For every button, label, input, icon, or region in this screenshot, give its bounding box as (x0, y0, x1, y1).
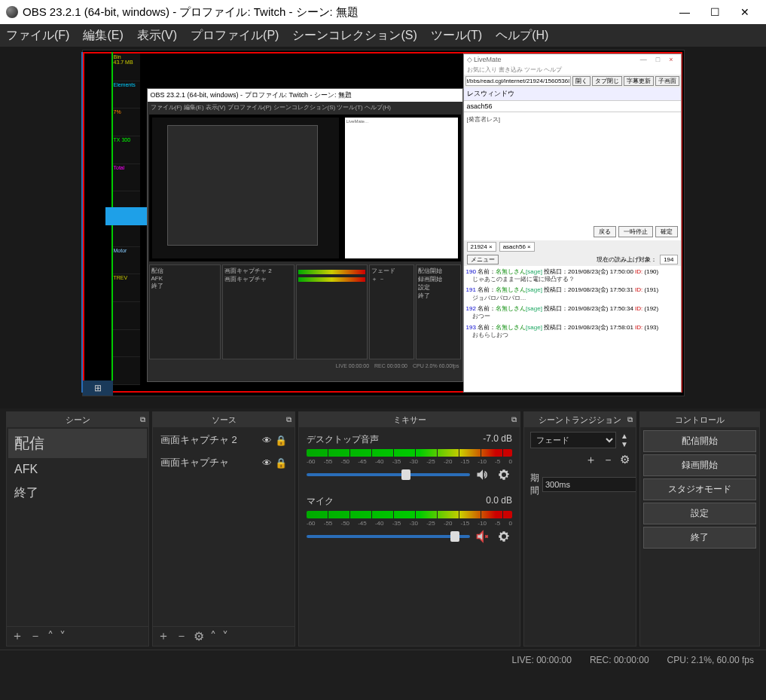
add-source-button[interactable]: ＋ (157, 628, 169, 644)
lock-icon[interactable]: 🔒 (275, 457, 287, 469)
livemate-close: × (669, 56, 673, 63)
menu-edit[interactable]: 編集(E) (83, 28, 123, 44)
status-cpu: CPU: 2.1%, 60.00 fps (667, 655, 754, 665)
preview-area: Bin43.7 MBElements7% TX 300Total 0.977Mo… (0, 47, 766, 408)
scene-item[interactable]: 終了 (8, 481, 147, 506)
popout-icon[interactable]: ⧉ (627, 415, 633, 424)
transition-remove-button[interactable]: － (603, 453, 614, 467)
transition-down-icon[interactable]: ▼ (619, 440, 630, 448)
statusbar: LIVE: 00:00:00 REC: 00:00:00 CPU: 2.1%, … (0, 650, 766, 669)
sources-title: ソース (212, 414, 237, 426)
livemate-confirm-button: 確定 (655, 226, 678, 237)
volume-slider[interactable] (307, 473, 470, 476)
scene-item[interactable]: 配信 (8, 429, 147, 458)
duration-label: 期間 (530, 472, 539, 497)
livemate-pause-button: 一時停止 (618, 226, 653, 237)
livemate-tab-1: 21924 × (467, 242, 496, 252)
channel-db: -7.0 dB (483, 433, 512, 446)
mixer-title: ミキサー (393, 414, 426, 426)
scene-down-button[interactable]: ˅ (60, 629, 66, 643)
scenes-title: シーン (66, 414, 90, 426)
menu-file[interactable]: ファイル(F) (6, 28, 69, 44)
lock-icon[interactable]: 🔒 (275, 435, 287, 446)
studio-mode-button[interactable]: スタジオモード (643, 478, 756, 500)
status-rec: REC: 00:00:00 (590, 655, 649, 665)
livemate-menubar: お気に入り 書き込み ツール ヘルプ (464, 65, 681, 75)
thread-post: 190 名前：名無しさん[sage] 投稿日：2019/08/23(金) 17:… (466, 268, 679, 284)
taskbar-icon: ⊞ (83, 381, 113, 396)
captured-obs-window: OBS 23.2.1 (64-bit, windows) - プロファイル: T… (147, 88, 463, 382)
source-label: 画面キャプチャ (160, 456, 262, 469)
scene-item[interactable]: AFK (8, 458, 147, 481)
source-up-button[interactable]: ˄ (210, 629, 216, 643)
menu-profile[interactable]: プロファイル(P) (191, 28, 279, 44)
exit-button[interactable]: 終了 (643, 527, 756, 549)
livemate-thread-name: asach56 (464, 101, 681, 112)
popout-icon[interactable]: ⧉ (511, 415, 517, 424)
volume-slider[interactable] (307, 535, 470, 538)
livemate-subtitle-button: 字幕更新 (624, 76, 654, 86)
channel-settings-icon[interactable] (496, 466, 512, 483)
channel-settings-icon[interactable] (496, 528, 512, 545)
menu-scenecollection[interactable]: シーンコレクション(S) (292, 28, 417, 44)
menu-view[interactable]: 表示(V) (137, 28, 177, 44)
close-button[interactable]: ✕ (730, 6, 760, 18)
thread-post: 192 名前：名無しさん[sage] 投稿日：2019/08/23(金) 17:… (466, 305, 679, 321)
obs-logo-icon (6, 6, 18, 18)
menubar: ファイル(F) 編集(E) 表示(V) プロファイル(P) シーンコレクション(… (0, 24, 766, 47)
inner-mixer (296, 264, 368, 359)
popout-icon[interactable]: ⧉ (286, 415, 291, 424)
preview-canvas[interactable]: Bin43.7 MBElements7% TX 300Total 0.977Mo… (82, 50, 685, 396)
menu-help[interactable]: ヘルプ(H) (496, 28, 548, 44)
transition-settings-button[interactable]: ⚙ (620, 453, 630, 467)
popout-icon[interactable]: ⧉ (140, 415, 145, 424)
livemate-menu-button: メニュー (467, 255, 499, 264)
start-record-button[interactable]: 録画開始 (643, 454, 756, 476)
source-item[interactable]: 画面キャプチャ 2👁🔒 (154, 429, 293, 451)
source-item[interactable]: 画面キャプチャ👁🔒 (154, 451, 293, 474)
source-settings-button[interactable]: ⚙ (194, 629, 204, 643)
source-down-button[interactable]: ˅ (222, 629, 228, 643)
mute-icon[interactable] (475, 528, 491, 545)
status-live: LIVE: 00:00:00 (511, 655, 571, 665)
livemate-back-button: 戻る (594, 226, 616, 237)
scene-up-button[interactable]: ˄ (47, 629, 53, 643)
captured-livemate-window: ◇ LiveMate — □ × お気に入り 書き込み ツール ヘルプ 開く タ… (463, 53, 682, 393)
visibility-toggle-icon[interactable]: 👁 (262, 457, 272, 469)
guide-line (81, 52, 83, 393)
speaker-icon[interactable] (475, 466, 491, 483)
channel-db: 0.0 dB (486, 495, 512, 508)
minimize-button[interactable]: — (670, 6, 700, 18)
duration-input[interactable] (542, 477, 636, 492)
start-stream-button[interactable]: 配信開始 (643, 430, 756, 452)
transition-up-icon[interactable]: ▲ (619, 432, 630, 440)
source-label: 画面キャプチャ 2 (160, 433, 262, 447)
transitions-title: シーントランジション (539, 414, 621, 426)
controls-panel: コントロール 配信開始 録画開始 スタジオモード 設定 終了 (639, 411, 760, 647)
settings-button[interactable]: 設定 (643, 503, 756, 524)
channel-name: デスクトップ音声 (307, 433, 483, 446)
add-scene-button[interactable]: ＋ (11, 628, 23, 644)
livemate-body: [発言者レス] 戻る 一時停止 確定 (464, 112, 681, 240)
maximize-button[interactable]: ☐ (700, 6, 730, 18)
menu-tools[interactable]: ツール(T) (431, 28, 482, 44)
mixer-channel: デスクトップ音声-7.0 dB-60-55-50-45-40-35-30-25-… (301, 429, 518, 491)
remove-source-button[interactable]: － (175, 628, 188, 644)
livemate-url-input (465, 76, 571, 86)
visibility-toggle-icon[interactable]: 👁 (262, 435, 272, 446)
livemate-title: ◇ LiveMate (467, 56, 636, 63)
livemate-tab-2: asach56 × (499, 242, 535, 252)
controls-title: コントロール (675, 414, 725, 426)
remove-scene-button[interactable]: － (29, 628, 41, 644)
transition-add-button[interactable]: ＋ (585, 453, 597, 467)
transition-select[interactable]: フェード (530, 432, 616, 448)
livemate-count-label: 現在の読み上げ対象： (597, 255, 657, 264)
inner-sources: 画面キャプチャ 2 画面キャプチャ (222, 264, 294, 359)
mixer-panel: ミキサー⧉ デスクトップ音声-7.0 dB-60-55-50-45-40-35-… (298, 411, 520, 647)
window-title: OBS 23.2.1 (64-bit, windows) - プロファイル: T… (23, 5, 670, 20)
livemate-count-value: 194 (660, 255, 677, 264)
inner-preview: LiveMate… (149, 115, 461, 261)
livemate-open-button: 開く (572, 76, 591, 86)
transitions-panel: シーントランジション⧉ フェード ▲▼ ＋ － ⚙ 期間 ▲▼ (523, 411, 636, 647)
window-titlebar: OBS 23.2.1 (64-bit, windows) - プロファイル: T… (0, 0, 766, 24)
